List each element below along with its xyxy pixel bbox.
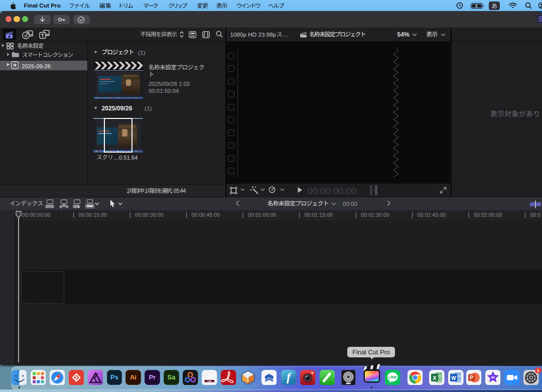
svg-text:X: X: [433, 374, 437, 380]
svg-text:W: W: [451, 375, 456, 380]
svg-text:P: P: [470, 375, 473, 380]
svg-text:LINE: LINE: [388, 374, 397, 379]
svg-text:CAD: CAD: [207, 379, 212, 382]
